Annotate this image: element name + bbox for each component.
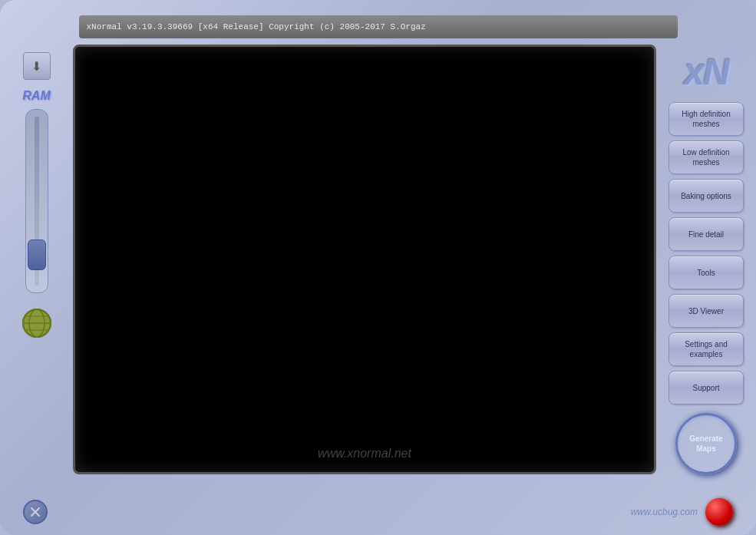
watermark: www.xnormal.net (318, 447, 411, 461)
slider-track (35, 117, 39, 286)
ram-label: RAM (22, 89, 50, 103)
slider-thumb[interactable] (28, 239, 46, 270)
red-ball-indicator (705, 498, 733, 526)
nav-button-3d-viewer[interactable]: 3D Viewer (669, 294, 744, 328)
viewport: www.xnormal.net (73, 45, 656, 474)
generate-maps-button[interactable]: GenerateMaps (675, 413, 737, 474)
title-bar: xNormal v3.19.3.39669 [x64 Release] Copy… (79, 15, 678, 38)
right-panel: xN High definition meshes Low definition… (664, 45, 748, 474)
bottom-row: www.ucbug.com (8, 497, 748, 527)
left-panel: ⬇ RAM (8, 45, 65, 339)
app-container: xNormal v3.19.3.39669 [x64 Release] Copy… (0, 0, 756, 535)
x-icon (29, 506, 41, 518)
globe-icon (21, 307, 53, 339)
nav-button-settings-examples[interactable]: Settings and examples (669, 332, 744, 366)
logo-text: xN (684, 51, 728, 93)
logo: xN (668, 45, 744, 98)
title-text: xNormal v3.19.3.39669 [x64 Release] Copy… (87, 22, 426, 31)
nav-button-baking-options[interactable]: Baking options (669, 179, 744, 213)
bottom-url: www.ucbug.com (631, 507, 698, 517)
ram-slider[interactable] (25, 109, 48, 293)
nav-button-tools[interactable]: Tools (669, 256, 744, 289)
close-icon[interactable] (23, 500, 48, 524)
bottom-right-area: www.ucbug.com (631, 498, 733, 526)
main-row: ⬇ RAM www.xnormal.net (8, 45, 748, 497)
canvas-area: www.xnormal.net (71, 45, 658, 474)
nav-button-low-def-meshes[interactable]: Low definition meshes (669, 140, 744, 174)
scroll-down-icon[interactable]: ⬇ (23, 52, 51, 80)
nav-button-high-def-meshes[interactable]: High definition meshes (669, 102, 744, 136)
nav-button-fine-detail[interactable]: Fine detail (669, 217, 744, 251)
nav-button-support[interactable]: Support (669, 371, 744, 405)
